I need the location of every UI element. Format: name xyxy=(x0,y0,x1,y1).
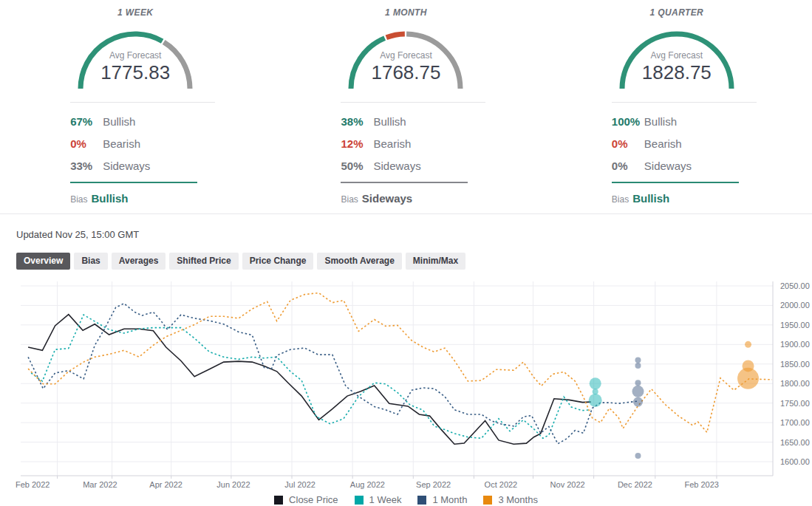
y-tick-label: 1650.00 xyxy=(780,438,810,447)
x-tick-label: Jun 2022 xyxy=(216,480,250,489)
bearish-pct: 0% xyxy=(612,137,644,150)
tab-overview[interactable]: Overview xyxy=(16,253,70,270)
gauge-1-week: Avg Forecast 1775.83 xyxy=(72,27,198,92)
1-month-forecast-bubble[interactable] xyxy=(635,363,641,369)
y-tick-label: 1800.00 xyxy=(780,379,810,388)
y-tick-label: 1700.00 xyxy=(780,418,810,427)
x-tick-label: Oct 2022 xyxy=(485,480,518,489)
x-tick-label: Nov 2022 xyxy=(550,480,585,489)
x-tick-label: Sep 2022 xyxy=(416,480,451,489)
forecast-chart: 2050.002000.001950.001900.001850.001800.… xyxy=(0,276,812,506)
bias-label: Bias xyxy=(612,194,629,205)
gauge-1-month: Avg Forecast 1768.75 xyxy=(343,27,468,92)
legend-item-close-price[interactable]: Close Price xyxy=(274,494,338,505)
stat-row-bearish: 12% Bearish xyxy=(341,132,485,154)
gauge-1-quarter: Avg Forecast 1828.75 xyxy=(614,27,740,92)
bullish-label: Bullish xyxy=(644,115,677,128)
bias-row: Bias Bullish xyxy=(612,192,757,205)
bearish-label: Bearish xyxy=(103,137,140,150)
tab-shifted-price[interactable]: Shifted Price xyxy=(169,253,238,270)
1-month-forecast-bubble[interactable] xyxy=(635,453,641,459)
close-price-line xyxy=(28,315,591,445)
1-week-line xyxy=(31,315,591,438)
legend-item-1-week[interactable]: 1 Week xyxy=(355,494,402,505)
y-tick-label: 2050.00 xyxy=(780,281,810,290)
y-tick-label: 1900.00 xyxy=(780,340,810,349)
stat-row-bullish: 100% Bullish xyxy=(612,110,757,132)
y-tick-label: 2000.00 xyxy=(780,301,810,310)
tab-minim-max[interactable]: Minim/Max xyxy=(406,253,465,270)
forecast-panels: 1 WEEK Avg Forecast 1775.83 67% Bullish … xyxy=(0,0,812,214)
stat-row-sideways: 33% Sideways xyxy=(70,154,215,177)
3-months-forecast-bubble[interactable] xyxy=(745,341,751,348)
tab-smooth-average[interactable]: Smooth Average xyxy=(317,253,401,270)
bias-underline xyxy=(341,182,468,183)
legend-swatch-icon xyxy=(274,496,283,505)
sideways-pct: 0% xyxy=(612,160,644,172)
chart-canvas: 2050.002000.001950.001900.001850.001800.… xyxy=(0,276,812,491)
stat-row-bearish: 0% Bearish xyxy=(70,132,215,154)
stat-row-sideways: 50% Sideways xyxy=(341,154,485,177)
1-month-forecast-bubble[interactable] xyxy=(633,397,643,407)
1-week-forecast-bubble[interactable] xyxy=(590,377,601,389)
sideways-label: Sideways xyxy=(373,160,420,172)
stats-block: 67% Bullish 0% Bearish 33% Sideways Bias… xyxy=(70,102,215,205)
stat-row-bullish: 67% Bullish xyxy=(70,110,215,132)
y-tick-label: 1750.00 xyxy=(780,399,810,408)
3-months-line xyxy=(28,293,772,433)
1-month-forecast-bubble[interactable] xyxy=(635,380,641,386)
legend-swatch-icon xyxy=(355,496,364,505)
x-tick-label: Jul 2022 xyxy=(284,480,315,489)
avg-forecast-label: Avg Forecast xyxy=(72,50,198,61)
tab-bias[interactable]: Bias xyxy=(74,253,107,270)
legend-label: 1 Month xyxy=(432,494,467,505)
bias-row: Bias Sideways xyxy=(341,192,485,205)
tab-price-change[interactable]: Price Change xyxy=(242,253,314,270)
avg-forecast-value: 1775.83 xyxy=(72,61,198,84)
bearish-pct: 12% xyxy=(341,137,373,150)
bullish-pct: 67% xyxy=(70,115,103,128)
bullish-label: Bullish xyxy=(373,115,406,128)
divider xyxy=(341,102,485,103)
bias-label: Bias xyxy=(341,194,358,205)
x-tick-label: Feb 2023 xyxy=(684,480,718,489)
sideways-label: Sideways xyxy=(644,160,692,172)
tab-averages[interactable]: Averages xyxy=(112,253,166,270)
panel-1-week: 1 WEEK Avg Forecast 1775.83 67% Bullish … xyxy=(0,4,270,205)
panel-title: 1 QUARTER xyxy=(542,7,812,18)
y-tick-label: 1950.00 xyxy=(780,321,810,329)
legend-item-3-months[interactable]: 3 Months xyxy=(483,494,537,505)
bullish-pct: 38% xyxy=(341,115,373,128)
legend-label: 3 Months xyxy=(498,494,537,505)
3-months-forecast-bubble[interactable] xyxy=(737,368,759,389)
y-tick-label: 1600.00 xyxy=(780,457,810,466)
1-month-forecast-bubble[interactable] xyxy=(632,386,644,397)
bias-value: Sideways xyxy=(362,192,412,205)
avg-forecast-label: Avg Forecast xyxy=(614,50,740,61)
legend-item-1-month[interactable]: 1 Month xyxy=(417,494,467,505)
avg-forecast-value: 1828.75 xyxy=(614,61,740,84)
1-month-forecast-bubble[interactable] xyxy=(635,357,641,363)
stat-row-bullish: 38% Bullish xyxy=(341,110,485,132)
chart-tabs: Overview Bias Averages Shifted Price Pri… xyxy=(16,253,812,270)
bias-row: Bias Bullish xyxy=(70,192,215,205)
divider xyxy=(612,102,757,103)
legend-swatch-icon xyxy=(417,496,426,505)
bias-underline xyxy=(612,182,739,183)
updated-timestamp: Updated Nov 25, 15:00 GMT xyxy=(16,229,812,240)
chart-legend: Close Price1 Week1 Month3 Months xyxy=(0,494,812,505)
divider xyxy=(70,102,215,103)
bias-value: Bullish xyxy=(92,192,129,205)
stats-block: 38% Bullish 12% Bearish 50% Sideways Bia… xyxy=(341,102,485,205)
panel-title: 1 MONTH xyxy=(270,7,541,18)
avg-forecast-label: Avg Forecast xyxy=(343,50,468,61)
avg-forecast-value: 1768.75 xyxy=(343,61,468,84)
sideways-pct: 33% xyxy=(70,160,103,172)
x-tick-label: Feb 2022 xyxy=(16,480,50,489)
x-tick-label: Aug 2022 xyxy=(350,480,385,489)
panel-1-quarter: 1 QUARTER Avg Forecast 1828.75 100% Bull… xyxy=(542,4,812,205)
x-tick-label: Mar 2022 xyxy=(83,480,117,489)
stat-row-bearish: 0% Bearish xyxy=(612,132,757,154)
1-week-forecast-bubble[interactable] xyxy=(589,394,602,407)
bearish-label: Bearish xyxy=(373,137,411,150)
